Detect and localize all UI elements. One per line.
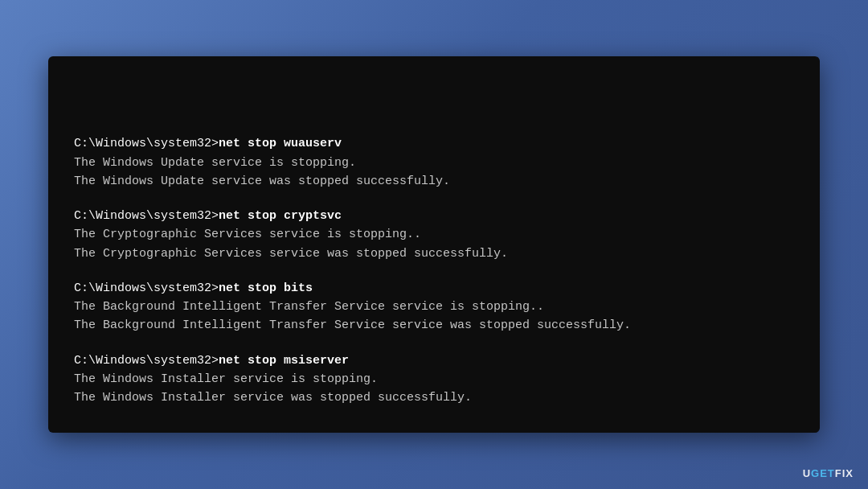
terminal-block-1: C:\Windows\system32>net stop wuauservThe… bbox=[74, 134, 794, 191]
terminal-window: C:\Windows\system32>net stop wuauservThe… bbox=[48, 56, 820, 434]
output-line-3-1: The Background Intelligent Transfer Serv… bbox=[74, 298, 794, 316]
output-line-1-1: The Windows Update service is stopping. bbox=[74, 154, 794, 172]
watermark-et: ET bbox=[820, 467, 835, 479]
command-prefix-2: C:\Windows\system32> bbox=[74, 209, 219, 223]
command-line-4: C:\Windows\system32>net stop msiserver bbox=[74, 351, 794, 370]
command-bold-4: net stop msiserver bbox=[219, 354, 349, 368]
page-background: C:\Windows\system32>net stop wuauservThe… bbox=[0, 0, 868, 489]
watermark-u: U bbox=[803, 467, 811, 479]
output-line-4-2: The Windows Installer service was stoppe… bbox=[74, 388, 794, 407]
command-line-2: C:\Windows\system32>net stop cryptsvc bbox=[74, 207, 794, 225]
terminal-block-3: C:\Windows\system32>net stop bitsThe Bac… bbox=[74, 279, 794, 335]
terminal-block-4: C:\Windows\system32>net stop msiserverTh… bbox=[74, 351, 794, 408]
watermark-g: G bbox=[811, 467, 820, 479]
terminal-block-2: C:\Windows\system32>net stop cryptsvcThe… bbox=[74, 207, 794, 263]
output-line-2-2: The Cryptographic Services service was s… bbox=[74, 244, 794, 263]
command-bold-2: net stop cryptsvc bbox=[219, 209, 342, 223]
command-line-1: C:\Windows\system32>net stop wuauserv bbox=[74, 134, 794, 153]
command-prefix-1: C:\Windows\system32> bbox=[74, 137, 219, 150]
watermark: UGETFIX bbox=[803, 467, 854, 479]
command-prefix-3: C:\Windows\system32> bbox=[74, 281, 219, 295]
output-line-2-1: The Cryptographic Services service is st… bbox=[74, 225, 794, 244]
command-bold-1: net stop wuauserv bbox=[219, 137, 342, 150]
output-line-4-1: The Windows Installer service is stoppin… bbox=[74, 370, 794, 388]
command-line-3: C:\Windows\system32>net stop bits bbox=[74, 279, 794, 298]
output-line-3-2: The Background Intelligent Transfer Serv… bbox=[74, 316, 794, 335]
command-bold-3: net stop bits bbox=[219, 281, 313, 295]
watermark-fix: FIX bbox=[835, 467, 854, 479]
output-line-1-2: The Windows Update service was stopped s… bbox=[74, 172, 794, 191]
terminal-content: C:\Windows\system32>net stop wuauservThe… bbox=[74, 79, 794, 408]
command-prefix-4: C:\Windows\system32> bbox=[74, 354, 219, 368]
